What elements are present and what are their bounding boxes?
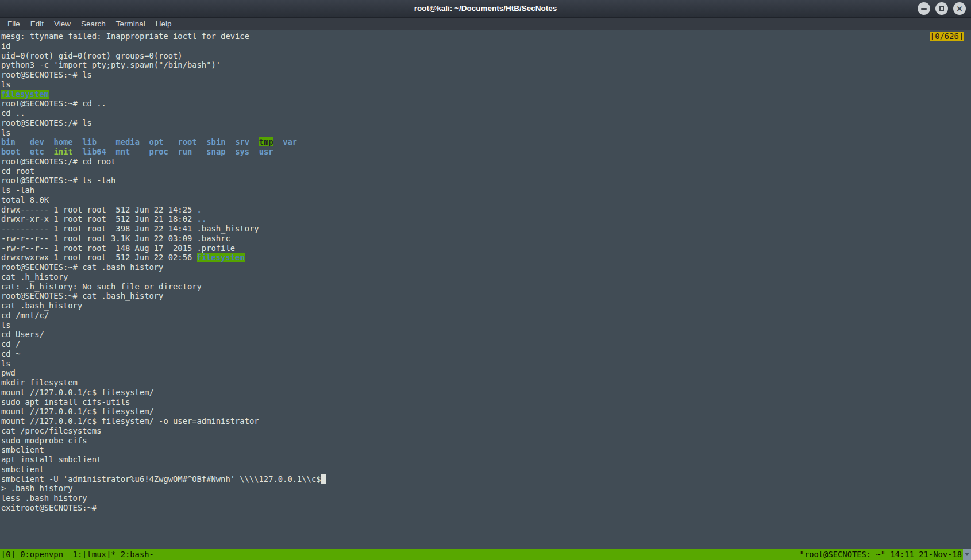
terminal-line: drwx------ 1 root root 512 Jun 22 14:25 … [1, 205, 971, 215]
terminal-line: ls [1, 128, 971, 138]
close-button[interactable]: ✕ [953, 2, 966, 15]
tmux-window-list: [0] 0:openvpn 1:[tmux]* 2:bash- [1, 549, 154, 560]
menu-item-search[interactable]: Search [76, 18, 111, 30]
terminal-line: uid=0(root) gid=0(root) groups=0(root) [1, 51, 971, 61]
terminal-line: root@SECNOTES:/# cd root [1, 157, 971, 167]
maximize-button[interactable] [935, 2, 948, 15]
terminal-line: smbclient [1, 445, 971, 455]
close-icon: ✕ [957, 5, 963, 13]
terminal-line: smbclient [1, 465, 971, 474]
scrollbar-down-button[interactable] [963, 549, 971, 560]
terminal-line: root@SECNOTES:~# ls -lah [1, 176, 971, 186]
terminal-line: drwxrwxrwx 1 root root 512 Jun 22 02:56 … [1, 253, 971, 262]
terminal-line: cd .. [1, 109, 971, 118]
terminal-line: cat /proc/filesystems [1, 426, 971, 436]
terminal-line: smbclient -U 'administrator%u6!4ZwgwOM#^… [1, 474, 971, 484]
tmux-status-right: "root@SECNOTES: ~" 14:11 21-Nov-18 [800, 549, 962, 560]
terminal-line: mount //127.0.0.1/c$ filesystem/ -o user… [1, 416, 971, 426]
terminal-line: sudo modprobe cifs [1, 436, 971, 446]
terminal-line: bin dev home lib media opt root sbin srv… [1, 137, 971, 147]
terminal-line: total 8.0K [1, 195, 971, 205]
terminal-line: cat .h_history [1, 272, 971, 282]
terminal-line: > .bash_history [1, 484, 971, 493]
terminal-line: root@SECNOTES:~# cat .bash_history [1, 291, 971, 301]
menu-item-help[interactable]: Help [151, 18, 177, 30]
terminal-window: root@kali: ~/Documents/HtB/SecNotes ✕ Fi… [0, 0, 971, 560]
terminal-line: exitroot@SECNOTES:~# [1, 503, 971, 513]
terminal-line: ---------- 1 root root 398 Jun 22 14:41 … [1, 224, 971, 234]
terminal-line: id [1, 41, 971, 51]
terminal-line: ls -lah [1, 186, 971, 195]
terminal-line: drwxr-xr-x 1 root root 512 Jun 21 18:02 … [1, 214, 971, 224]
terminal-line: cd Users/ [1, 330, 971, 339]
terminal-line: mount //127.0.0.1/c$ filesystem/ [1, 388, 971, 397]
terminal-line: apt install smbclient [1, 455, 971, 465]
terminal-line: sudo apt install cifs-utils [1, 397, 971, 407]
terminal-line: -rw-r--r-- 1 root root 3.1K Jun 22 03:09… [1, 234, 971, 244]
terminal-line: root@SECNOTES:~# ls [1, 70, 971, 80]
menu-item-view[interactable]: View [49, 18, 76, 30]
terminal-line: mount //127.0.0.1/c$ filesystem/ [1, 407, 971, 416]
terminal-line: pwd [1, 368, 971, 378]
terminal-line: ls [1, 359, 971, 369]
maximize-icon [939, 6, 944, 11]
terminal-line: root@SECNOTES:~# cd .. [1, 99, 971, 109]
window-controls: ✕ [918, 2, 966, 15]
terminal-line: ls [1, 320, 971, 330]
terminal-area[interactable]: [0/626] mesg: ttyname failed: Inappropri… [0, 30, 971, 560]
terminal-line: cd / [1, 339, 971, 349]
menu-item-terminal[interactable]: Terminal [111, 18, 151, 30]
title-bar[interactable]: root@kali: ~/Documents/HtB/SecNotes ✕ [0, 0, 971, 18]
terminal-line: root@SECNOTES:~# cat .bash_history [1, 262, 971, 272]
terminal-line: mesg: ttyname failed: Inappropriate ioct… [1, 32, 971, 41]
tmux-status-bar: [0] 0:openvpn 1:[tmux]* 2:bash- "root@SE… [0, 549, 971, 560]
window-title: root@kali: ~/Documents/HtB/SecNotes [0, 0, 971, 17]
menu-bar: FileEditViewSearchTerminalHelp [0, 18, 971, 30]
minimize-icon [921, 8, 927, 10]
terminal-line: boot etc init lib64 mnt proc run snap sy… [1, 147, 971, 157]
terminal-line: mkdir filesystem [1, 378, 971, 388]
scroll-position-badge: [0/626] [930, 32, 964, 41]
terminal-line: filesystem [1, 90, 971, 99]
terminal-line: python3 -c 'import pty;pty.spawn("/bin/b… [1, 60, 971, 70]
minimize-button[interactable] [918, 2, 930, 15]
menu-item-file[interactable]: File [2, 18, 25, 30]
terminal-line: cd ~ [1, 349, 971, 359]
terminal-line: cd /mnt/c/ [1, 311, 971, 320]
terminal-line: cat .bash_history [1, 301, 971, 311]
terminal-line: ls [1, 80, 971, 90]
menu-item-edit[interactable]: Edit [25, 18, 49, 30]
scroll-down-arrow-icon [965, 553, 969, 556]
terminal-line: root@SECNOTES:/# ls [1, 118, 971, 128]
terminal-line: -rw-r--r-- 1 root root 148 Aug 17 2015 .… [1, 244, 971, 253]
terminal-output: mesg: ttyname failed: Inappropriate ioct… [0, 30, 971, 513]
terminal-line: cd root [1, 167, 971, 176]
terminal-line: less .bash_history [1, 493, 971, 503]
terminal-line: cat: .h_history: No such file or directo… [1, 282, 971, 292]
